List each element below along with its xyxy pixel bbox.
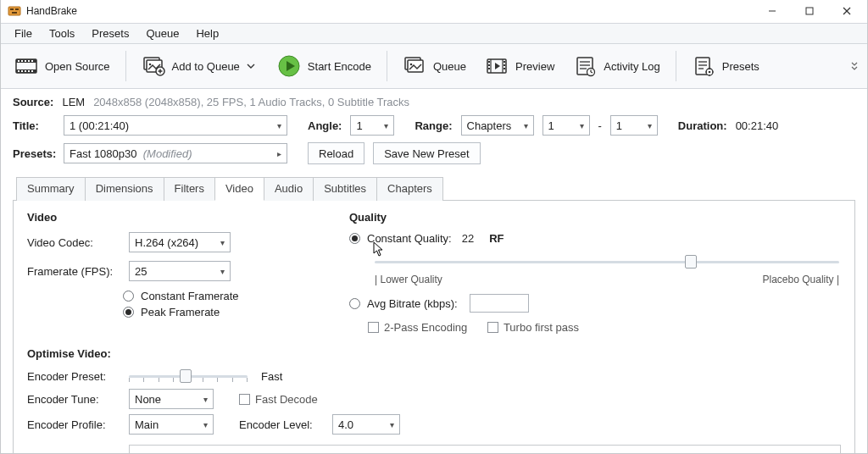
chevron-down-icon[interactable] [243, 57, 259, 76]
encoder-level-label: Encoder Level: [239, 418, 324, 431]
add-to-queue-label: Add to Queue [172, 60, 240, 73]
svg-point-23 [148, 64, 151, 66]
range-label: Range: [415, 119, 452, 132]
log-icon [573, 54, 597, 78]
activity-log-label: Activity Log [604, 60, 659, 73]
radio-icon [123, 291, 134, 302]
avg-bitrate-radio[interactable]: Avg Bitrate (kbps): [349, 294, 841, 313]
extra-options-input[interactable] [129, 445, 841, 453]
tab-chapters[interactable]: Chapters [376, 177, 443, 201]
framerate-select[interactable]: 25 ▾ [129, 261, 231, 281]
preview-label: Preview [515, 60, 554, 73]
chevron-down-icon: ▾ [384, 121, 388, 130]
avg-bitrate-input[interactable] [470, 294, 529, 313]
svg-rect-35 [488, 61, 490, 63]
encoder-profile-select[interactable]: Main ▾ [129, 414, 214, 435]
radio-icon [349, 298, 360, 309]
menu-file[interactable]: File [8, 25, 39, 42]
separator [387, 51, 387, 81]
video-codec-select[interactable]: H.264 (x264) ▾ [129, 232, 231, 252]
encoder-tune-select[interactable]: None ▾ [129, 389, 214, 409]
maximize-button[interactable] [791, 0, 828, 23]
menu-queue[interactable]: Queue [139, 25, 186, 42]
angle-label: Angle: [308, 119, 342, 132]
range-from-value: 1 [548, 119, 554, 132]
encoder-level-select[interactable]: 4.0 ▾ [332, 414, 400, 435]
video-codec-label: Video Codec: [27, 236, 120, 249]
encoder-level-value: 4.0 [338, 418, 353, 431]
tab-filters[interactable]: Filters [164, 177, 215, 201]
activity-log-button[interactable]: Activity Log [566, 51, 666, 81]
presets-button[interactable]: Presets [685, 51, 766, 81]
add-to-queue-button[interactable]: Add to Queue [135, 51, 265, 81]
tab-subtitles[interactable]: Subtitles [313, 177, 377, 201]
slider-thumb[interactable] [685, 255, 697, 269]
encoder-tune-label: Encoder Tune: [27, 393, 120, 406]
play-icon [277, 54, 301, 78]
range-to-select[interactable]: 1 ▾ [610, 115, 658, 136]
encoder-preset-slider[interactable] [129, 368, 248, 384]
presets-label: Presets [722, 60, 760, 73]
toolbar: Open Source Add to Queue Start Encode Qu… [1, 44, 867, 90]
constant-framerate-radio[interactable]: Constant Framerate [123, 290, 315, 302]
chevron-down-icon: ▾ [524, 121, 528, 130]
slider-thumb[interactable] [180, 369, 192, 383]
queue-label: Queue [433, 60, 466, 73]
close-button[interactable] [828, 0, 865, 23]
fast-decode-checkbox[interactable]: Fast Decode [239, 393, 318, 406]
toolbar-overflow[interactable] [849, 51, 860, 81]
tab-dimensions[interactable]: Dimensions [85, 177, 164, 201]
svg-marker-41 [495, 63, 500, 69]
reload-button[interactable]: Reload [308, 142, 364, 164]
turbo-checkbox[interactable]: Turbo first pass [487, 321, 579, 334]
range-from-select[interactable]: 1 ▾ [542, 115, 590, 136]
video-codec-value: H.264 (x264) [135, 236, 198, 249]
film-icon [14, 54, 38, 78]
source-info: 2048x858 (2048x858), 25 FPS, 1 Audio Tra… [93, 96, 409, 108]
svg-rect-17 [21, 70, 23, 72]
svg-rect-16 [18, 70, 19, 72]
encoder-profile-value: Main [135, 418, 159, 431]
preview-button[interactable]: Preview [478, 51, 561, 81]
angle-value: 1 [356, 119, 362, 132]
tab-summary[interactable]: Summary [16, 177, 86, 201]
constant-quality-label: Constant Quality: [367, 232, 452, 245]
title-select[interactable]: 1 (00:21:40) ▾ [64, 115, 287, 136]
chevron-down-icon: ▾ [203, 395, 208, 404]
svg-rect-0 [8, 7, 20, 15]
avg-bitrate-label: Avg Bitrate (kbps): [367, 297, 458, 310]
window-title: HandBrake [26, 5, 77, 17]
tab-audio[interactable]: Audio [264, 177, 314, 201]
framerate-label: Framerate (FPS): [27, 265, 120, 278]
presets-label: Presets: [13, 147, 55, 160]
range-sep: - [598, 119, 602, 132]
start-encode-button[interactable]: Start Encode [270, 51, 378, 81]
range-mode-select[interactable]: Chapters ▾ [461, 115, 534, 136]
framerate-value: 25 [135, 265, 147, 278]
quality-slider[interactable] [375, 253, 839, 270]
radio-icon [123, 307, 134, 318]
peak-framerate-radio[interactable]: Peak Framerate [123, 306, 315, 318]
chevron-down-icon: ▾ [220, 267, 225, 276]
chevron-down-icon: ▾ [277, 121, 281, 130]
angle-select[interactable]: 1 ▾ [350, 115, 394, 136]
constant-quality-radio[interactable]: Constant Quality: 22 RF [349, 232, 841, 245]
preview-icon [485, 54, 509, 78]
app-icon [8, 4, 21, 18]
open-source-button[interactable]: Open Source [8, 51, 117, 81]
radio-icon [349, 233, 360, 244]
separator [125, 51, 126, 81]
menu-tools[interactable]: Tools [42, 25, 81, 42]
minimize-button[interactable] [754, 0, 791, 23]
range-mode-value: Chapters [467, 119, 512, 132]
checkbox-icon [487, 322, 498, 333]
tab-video[interactable]: Video [214, 177, 264, 201]
preset-select[interactable]: Fast 1080p30 (Modified) ▸ [64, 143, 287, 163]
menu-presets[interactable]: Presets [85, 25, 136, 42]
twopass-checkbox[interactable]: 2-Pass Encoding [368, 321, 467, 334]
twopass-label: 2-Pass Encoding [384, 321, 467, 334]
checkbox-icon [368, 322, 379, 333]
queue-button[interactable]: Queue [396, 51, 473, 81]
save-new-preset-button[interactable]: Save New Preset [373, 142, 480, 164]
menu-help[interactable]: Help [189, 25, 225, 42]
